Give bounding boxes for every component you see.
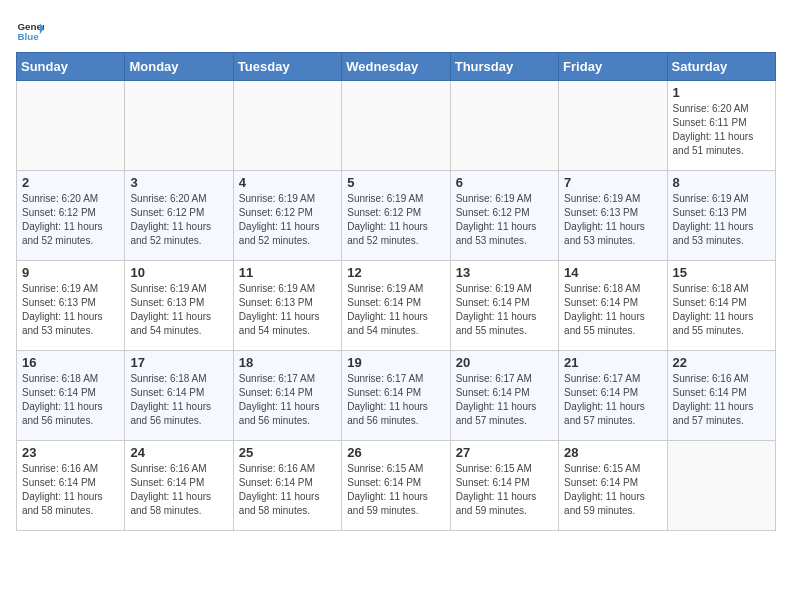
day-info: Sunrise: 6:20 AM Sunset: 6:11 PM Dayligh… (673, 102, 770, 158)
weekday-header: Friday (559, 53, 667, 81)
weekday-header: Thursday (450, 53, 558, 81)
day-info: Sunrise: 6:19 AM Sunset: 6:13 PM Dayligh… (22, 282, 119, 338)
day-info: Sunrise: 6:16 AM Sunset: 6:14 PM Dayligh… (239, 462, 336, 518)
calendar-cell: 17Sunrise: 6:18 AM Sunset: 6:14 PM Dayli… (125, 351, 233, 441)
calendar-cell (450, 81, 558, 171)
calendar-cell: 8Sunrise: 6:19 AM Sunset: 6:13 PM Daylig… (667, 171, 775, 261)
day-info: Sunrise: 6:19 AM Sunset: 6:12 PM Dayligh… (347, 192, 444, 248)
calendar-cell: 19Sunrise: 6:17 AM Sunset: 6:14 PM Dayli… (342, 351, 450, 441)
logo: General Blue (16, 16, 48, 44)
day-info: Sunrise: 6:19 AM Sunset: 6:12 PM Dayligh… (239, 192, 336, 248)
calendar-table: SundayMondayTuesdayWednesdayThursdayFrid… (16, 52, 776, 531)
day-number: 19 (347, 355, 444, 370)
calendar-cell: 3Sunrise: 6:20 AM Sunset: 6:12 PM Daylig… (125, 171, 233, 261)
day-number: 8 (673, 175, 770, 190)
day-number: 6 (456, 175, 553, 190)
day-number: 11 (239, 265, 336, 280)
day-info: Sunrise: 6:18 AM Sunset: 6:14 PM Dayligh… (673, 282, 770, 338)
day-info: Sunrise: 6:18 AM Sunset: 6:14 PM Dayligh… (22, 372, 119, 428)
day-info: Sunrise: 6:18 AM Sunset: 6:14 PM Dayligh… (130, 372, 227, 428)
day-info: Sunrise: 6:19 AM Sunset: 6:13 PM Dayligh… (239, 282, 336, 338)
day-number: 17 (130, 355, 227, 370)
day-info: Sunrise: 6:15 AM Sunset: 6:14 PM Dayligh… (347, 462, 444, 518)
day-number: 26 (347, 445, 444, 460)
calendar-week-row: 23Sunrise: 6:16 AM Sunset: 6:14 PM Dayli… (17, 441, 776, 531)
day-info: Sunrise: 6:17 AM Sunset: 6:14 PM Dayligh… (239, 372, 336, 428)
weekday-header: Sunday (17, 53, 125, 81)
calendar-cell (342, 81, 450, 171)
logo-icon: General Blue (16, 16, 44, 44)
calendar-week-row: 16Sunrise: 6:18 AM Sunset: 6:14 PM Dayli… (17, 351, 776, 441)
calendar-cell: 21Sunrise: 6:17 AM Sunset: 6:14 PM Dayli… (559, 351, 667, 441)
calendar-cell: 14Sunrise: 6:18 AM Sunset: 6:14 PM Dayli… (559, 261, 667, 351)
day-info: Sunrise: 6:20 AM Sunset: 6:12 PM Dayligh… (130, 192, 227, 248)
day-number: 28 (564, 445, 661, 460)
day-number: 18 (239, 355, 336, 370)
calendar-cell: 11Sunrise: 6:19 AM Sunset: 6:13 PM Dayli… (233, 261, 341, 351)
calendar-cell: 4Sunrise: 6:19 AM Sunset: 6:12 PM Daylig… (233, 171, 341, 261)
day-info: Sunrise: 6:15 AM Sunset: 6:14 PM Dayligh… (456, 462, 553, 518)
day-number: 2 (22, 175, 119, 190)
day-info: Sunrise: 6:16 AM Sunset: 6:14 PM Dayligh… (22, 462, 119, 518)
calendar-cell: 28Sunrise: 6:15 AM Sunset: 6:14 PM Dayli… (559, 441, 667, 531)
day-number: 1 (673, 85, 770, 100)
day-number: 10 (130, 265, 227, 280)
calendar-cell: 13Sunrise: 6:19 AM Sunset: 6:14 PM Dayli… (450, 261, 558, 351)
weekday-header: Tuesday (233, 53, 341, 81)
calendar-cell: 9Sunrise: 6:19 AM Sunset: 6:13 PM Daylig… (17, 261, 125, 351)
calendar-week-row: 9Sunrise: 6:19 AM Sunset: 6:13 PM Daylig… (17, 261, 776, 351)
day-number: 5 (347, 175, 444, 190)
calendar-cell (559, 81, 667, 171)
day-info: Sunrise: 6:16 AM Sunset: 6:14 PM Dayligh… (130, 462, 227, 518)
day-info: Sunrise: 6:15 AM Sunset: 6:14 PM Dayligh… (564, 462, 661, 518)
day-number: 20 (456, 355, 553, 370)
day-number: 16 (22, 355, 119, 370)
day-number: 9 (22, 265, 119, 280)
calendar-header-row: SundayMondayTuesdayWednesdayThursdayFrid… (17, 53, 776, 81)
calendar-cell (667, 441, 775, 531)
day-info: Sunrise: 6:19 AM Sunset: 6:13 PM Dayligh… (130, 282, 227, 338)
svg-text:Blue: Blue (17, 31, 39, 42)
calendar-cell: 22Sunrise: 6:16 AM Sunset: 6:14 PM Dayli… (667, 351, 775, 441)
calendar-cell (17, 81, 125, 171)
calendar-week-row: 2Sunrise: 6:20 AM Sunset: 6:12 PM Daylig… (17, 171, 776, 261)
weekday-header: Saturday (667, 53, 775, 81)
calendar-cell: 1Sunrise: 6:20 AM Sunset: 6:11 PM Daylig… (667, 81, 775, 171)
calendar-cell: 7Sunrise: 6:19 AM Sunset: 6:13 PM Daylig… (559, 171, 667, 261)
day-number: 27 (456, 445, 553, 460)
calendar-cell: 26Sunrise: 6:15 AM Sunset: 6:14 PM Dayli… (342, 441, 450, 531)
calendar-cell: 6Sunrise: 6:19 AM Sunset: 6:12 PM Daylig… (450, 171, 558, 261)
calendar-week-row: 1Sunrise: 6:20 AM Sunset: 6:11 PM Daylig… (17, 81, 776, 171)
weekday-header: Wednesday (342, 53, 450, 81)
calendar-cell: 12Sunrise: 6:19 AM Sunset: 6:14 PM Dayli… (342, 261, 450, 351)
day-info: Sunrise: 6:19 AM Sunset: 6:14 PM Dayligh… (347, 282, 444, 338)
day-info: Sunrise: 6:19 AM Sunset: 6:12 PM Dayligh… (456, 192, 553, 248)
day-number: 22 (673, 355, 770, 370)
calendar-cell: 20Sunrise: 6:17 AM Sunset: 6:14 PM Dayli… (450, 351, 558, 441)
day-number: 3 (130, 175, 227, 190)
day-info: Sunrise: 6:17 AM Sunset: 6:14 PM Dayligh… (456, 372, 553, 428)
day-number: 15 (673, 265, 770, 280)
calendar-cell: 16Sunrise: 6:18 AM Sunset: 6:14 PM Dayli… (17, 351, 125, 441)
day-info: Sunrise: 6:17 AM Sunset: 6:14 PM Dayligh… (347, 372, 444, 428)
day-info: Sunrise: 6:19 AM Sunset: 6:13 PM Dayligh… (564, 192, 661, 248)
calendar-cell: 23Sunrise: 6:16 AM Sunset: 6:14 PM Dayli… (17, 441, 125, 531)
day-number: 14 (564, 265, 661, 280)
day-number: 13 (456, 265, 553, 280)
day-number: 7 (564, 175, 661, 190)
page-header: General Blue (16, 16, 776, 44)
day-number: 24 (130, 445, 227, 460)
calendar-cell: 27Sunrise: 6:15 AM Sunset: 6:14 PM Dayli… (450, 441, 558, 531)
day-info: Sunrise: 6:18 AM Sunset: 6:14 PM Dayligh… (564, 282, 661, 338)
calendar-cell: 5Sunrise: 6:19 AM Sunset: 6:12 PM Daylig… (342, 171, 450, 261)
calendar-cell (233, 81, 341, 171)
calendar-cell: 15Sunrise: 6:18 AM Sunset: 6:14 PM Dayli… (667, 261, 775, 351)
calendar-cell (125, 81, 233, 171)
calendar-cell: 2Sunrise: 6:20 AM Sunset: 6:12 PM Daylig… (17, 171, 125, 261)
day-info: Sunrise: 6:19 AM Sunset: 6:14 PM Dayligh… (456, 282, 553, 338)
day-number: 25 (239, 445, 336, 460)
day-info: Sunrise: 6:16 AM Sunset: 6:14 PM Dayligh… (673, 372, 770, 428)
weekday-header: Monday (125, 53, 233, 81)
day-info: Sunrise: 6:20 AM Sunset: 6:12 PM Dayligh… (22, 192, 119, 248)
day-number: 12 (347, 265, 444, 280)
